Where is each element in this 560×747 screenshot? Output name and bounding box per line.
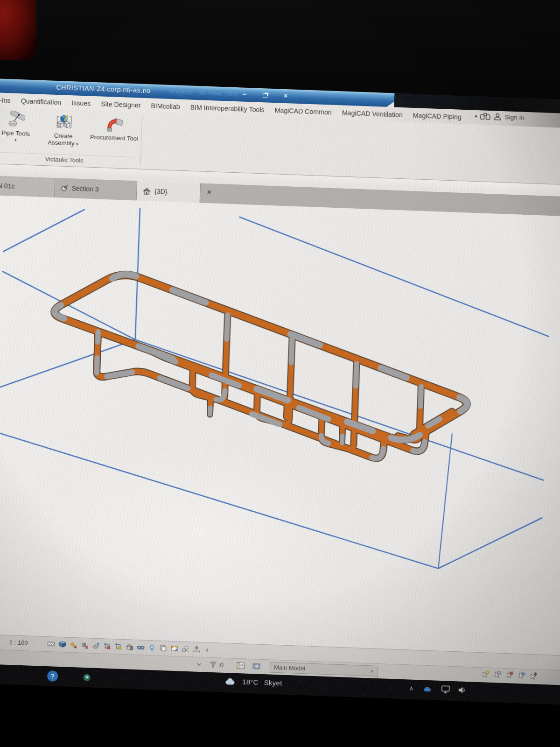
- tab-magicad-common[interactable]: MagiCAD Common: [269, 106, 337, 116]
- help-button[interactable]: ?: [47, 670, 58, 682]
- background-red-light: [0, 0, 36, 60]
- sun-path-icon[interactable]: [69, 640, 78, 649]
- display-icon[interactable]: [441, 685, 450, 694]
- reveal-hidden-elements-icon[interactable]: [147, 643, 156, 652]
- restore-icon: [263, 93, 267, 98]
- system-tray: ∧: [409, 684, 466, 694]
- crop-view-icon[interactable]: [102, 641, 112, 650]
- create-assembly-label: Create Assembly ▾: [42, 132, 84, 148]
- close-button[interactable]: ×: [280, 91, 291, 101]
- create-assembly-button[interactable]: Create Assembly ▾: [42, 112, 86, 149]
- tab-issues[interactable]: Issues: [66, 99, 96, 107]
- taskbar-weather-widget[interactable]: 18°C Skyet: [224, 677, 282, 688]
- tab-add-ins[interactable]: dd-Ins: [0, 96, 16, 104]
- weather-temperature: 18°C: [242, 677, 259, 686]
- drag-elements-on-selection-icon[interactable]: [530, 672, 539, 680]
- temporary-hide-isolate-icon[interactable]: [136, 642, 145, 652]
- speaker-icon[interactable]: [458, 686, 467, 694]
- tab-magicad-ventilation[interactable]: MagiCAD Ventilation: [336, 109, 408, 119]
- select-elements-by-face-icon[interactable]: [518, 671, 526, 680]
- create-assembly-icon: [55, 113, 73, 132]
- search-binoculars-icon[interactable]: [480, 113, 490, 120]
- properties-toggle[interactable]: [236, 662, 245, 670]
- sign-in-area: ◂ Sign In: [474, 112, 525, 122]
- locked-3d-view-icon[interactable]: [125, 642, 134, 651]
- tab-quantification[interactable]: Quantification: [15, 97, 66, 106]
- selection-count: :0: [218, 662, 224, 669]
- select-underlay-elements-icon[interactable]: [494, 670, 502, 679]
- create-assembly-dropdown-caret[interactable]: ▾: [76, 141, 78, 146]
- worksharing-display-icon[interactable]: [169, 644, 179, 653]
- create-assembly-text: Create Assembly: [48, 132, 75, 147]
- rendering-dialog-icon[interactable]: [91, 641, 100, 650]
- design-option-select[interactable]: Main Model ∨: [270, 662, 378, 677]
- design-option-value: Main Model: [274, 664, 306, 672]
- pipe-assembly-scene: [0, 196, 560, 655]
- taskbar-app-icon[interactable]: [83, 673, 91, 682]
- view-scale[interactable]: 1 : 100: [9, 639, 28, 646]
- panel-separator: [140, 115, 142, 166]
- victaulic-tools-panel: P-01 Pipe Tools ▾: [0, 107, 143, 169]
- tab-magicad-piping[interactable]: MagiCAD Piping: [407, 111, 467, 121]
- monitor-photo: CHRISTIAN-Z4.corp.nti-as.no Project1 - 3…: [0, 0, 560, 747]
- view-tab-section-3-label: Section 3: [71, 184, 99, 193]
- revit-window: CHRISTIAN-Z4.corp.nti-as.no Project1 - 3…: [0, 78, 560, 705]
- user-icon[interactable]: [493, 113, 502, 121]
- section-box-lines: [0, 203, 553, 572]
- view-tab-3d-active[interactable]: {3D}: [137, 181, 201, 203]
- view-tab-plan-01c[interactable]: AN 01c: [0, 175, 55, 197]
- reveal-constraints-icon[interactable]: [192, 644, 201, 654]
- filter-icon: [209, 661, 217, 669]
- selection-toggles: [482, 670, 539, 680]
- pipe-tools-dropdown-caret[interactable]: ▾: [14, 138, 17, 142]
- back-arrow-icon[interactable]: ◂: [474, 113, 477, 119]
- weather-cloud-icon: [224, 677, 237, 686]
- selection-filter[interactable]: :0: [209, 661, 224, 669]
- displacement-sets-icon[interactable]: [181, 644, 190, 654]
- view-tab-plan-01c-label: AN 01c: [0, 182, 15, 190]
- svg-text:P-01: P-01: [10, 122, 16, 125]
- tab-site-designer[interactable]: Site Designer: [96, 100, 146, 109]
- collapse-arrow[interactable]: ‹: [206, 646, 209, 654]
- weather-condition: Skyet: [264, 678, 282, 687]
- procurement-tool-button[interactable]: Procurement Tool: [88, 113, 141, 151]
- procurement-tool-icon: [105, 115, 124, 134]
- tray-expand-chevron[interactable]: ∧: [409, 684, 413, 691]
- minimize-button[interactable]: –: [239, 89, 250, 99]
- onedrive-cloud-icon[interactable]: [421, 684, 433, 693]
- visual-style-icon[interactable]: [57, 640, 67, 649]
- view-tab-3d-label: {3D}: [154, 188, 168, 196]
- design-options-icon[interactable]: [252, 662, 261, 670]
- select-pinned-elements-icon[interactable]: [506, 671, 514, 679]
- tab-bimcollab[interactable]: BIMcollab: [146, 102, 185, 111]
- pipe-tools-label: Pipe Tools: [1, 130, 30, 138]
- pipe-tools-icon: P-01: [7, 111, 25, 129]
- show-crop-region-icon[interactable]: [113, 641, 123, 651]
- status-dropdown-chevron[interactable]: [195, 661, 203, 668]
- pipe-tools-button[interactable]: P-01 Pipe Tools ▾: [0, 109, 39, 147]
- home-3d-view-icon: [142, 187, 152, 195]
- detail-level-icon[interactable]: [46, 639, 56, 648]
- tab-bim-interoperability-tools[interactable]: BIM Interoperability Tools: [185, 103, 269, 114]
- combo-chevron-icon: ∨: [371, 668, 374, 673]
- procurement-tool-label: Procurement Tool: [90, 134, 139, 143]
- sign-in-button[interactable]: Sign In: [504, 113, 525, 121]
- close-view-tab-button[interactable]: ×: [207, 188, 212, 197]
- section-view-icon: [60, 184, 69, 192]
- viewport-3d[interactable]: [0, 195, 560, 655]
- shadows-off-icon[interactable]: [80, 641, 89, 650]
- temporary-view-properties-icon[interactable]: [158, 643, 168, 653]
- restore-button[interactable]: [260, 90, 271, 100]
- view-tab-section-3[interactable]: Section 3: [55, 178, 137, 200]
- select-links-icon[interactable]: [482, 670, 490, 678]
- window-controls: – ×: [239, 89, 291, 101]
